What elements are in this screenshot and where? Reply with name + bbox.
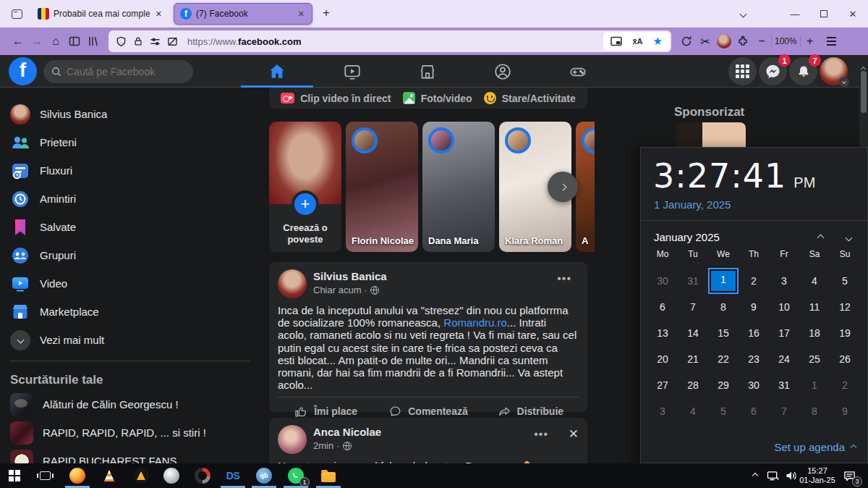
forward-button[interactable]: → (27, 32, 46, 51)
tray-hidden-icons-chevron[interactable] (746, 467, 764, 484)
taskbar-firefox-icon[interactable] (69, 467, 86, 484)
calendar-day[interactable]: 17 (769, 320, 799, 346)
refresh-icon[interactable] (677, 32, 696, 51)
calendar-day[interactable]: 2 (739, 268, 769, 294)
library-icon[interactable] (84, 32, 103, 51)
calendar-day[interactable]: 6 (647, 294, 678, 320)
profile-avatar-button[interactable] (820, 57, 848, 85)
calendar-day[interactable]: 29 (708, 372, 739, 398)
sidebar-item-profile[interactable]: Silvius Banica (4, 100, 258, 128)
browser-tab-2-active[interactable]: f (7) Facebook ✕ (174, 3, 312, 25)
story-card[interactable]: Dana Maria (422, 122, 495, 252)
screenshot-scissors-icon[interactable]: ✂ (696, 32, 715, 51)
calendar-prev-icon[interactable] (818, 230, 823, 243)
tab-home[interactable] (239, 55, 315, 88)
stories-next-button[interactable] (548, 172, 578, 202)
live-video-button[interactable]: Clip video în direct (281, 93, 391, 104)
calendar-day[interactable]: 3 (769, 268, 799, 294)
taskbar-explorer-icon[interactable] (320, 467, 337, 484)
extensions-puzzle-icon[interactable] (733, 32, 752, 51)
calendar-day[interactable]: 22 (708, 346, 739, 372)
calendar-day[interactable]: 8 (799, 398, 830, 424)
date-link[interactable]: 1 January, 2025 (654, 198, 867, 211)
post-author-name[interactable]: Anca Nicolae (313, 425, 381, 439)
calendar-day[interactable]: 5 (830, 268, 860, 294)
tray-network-icon[interactable] (764, 467, 781, 484)
shortcut-item[interactable]: Alături de Călin Georgescu ! (4, 390, 258, 418)
messenger-button[interactable]: 1 (759, 57, 787, 85)
photo-video-button[interactable]: Foto/video (403, 92, 472, 104)
back-button[interactable]: ← (9, 32, 27, 51)
start-button[interactable] (6, 467, 23, 484)
picture-in-picture-icon[interactable] (610, 36, 622, 46)
calendar-day[interactable]: 23 (739, 346, 769, 372)
taskbar-app-icon[interactable] (163, 467, 180, 484)
calendar-day[interactable]: 30 (739, 372, 769, 398)
search-bar[interactable] (43, 60, 193, 83)
calendar-day[interactable]: 5 (708, 398, 739, 424)
tab-marketplace[interactable] (390, 55, 465, 88)
calendar-day[interactable]: 28 (678, 372, 708, 398)
calendar-day[interactable]: 31 (769, 372, 799, 398)
sidebar-item-marketplace[interactable]: Marketplace (4, 298, 258, 326)
calendar-day[interactable]: 21 (678, 346, 708, 372)
tab-close-icon[interactable]: ✕ (154, 9, 163, 19)
post-author-avatar[interactable] (278, 425, 307, 454)
taskbar-aimp-icon[interactable] (132, 467, 150, 484)
url-text[interactable]: https://www.facebook.com (187, 36, 302, 47)
post-author-avatar[interactable] (278, 269, 307, 298)
restore-button[interactable] (817, 7, 830, 20)
calendar-day[interactable]: 26 (830, 346, 860, 372)
calendar-day[interactable]: 7 (678, 294, 708, 320)
shield-icon[interactable] (116, 36, 127, 47)
browser-tab-1[interactable]: Probabil cea mai complexă plat ✕ (32, 3, 169, 25)
menu-grid-button[interactable] (728, 57, 757, 85)
post-options-icon[interactable]: ••• (557, 272, 571, 285)
tray-clock[interactable]: 15:27 01-Jan-25 (798, 466, 837, 485)
post-link[interactable]: Romandru.ro (443, 316, 507, 329)
scrollbar-thumb[interactable] (861, 71, 867, 113)
blocked-content-icon[interactable] (167, 36, 178, 47)
calendar-day[interactable]: 7 (769, 398, 799, 424)
taskbar-vlc-icon[interactable] (101, 467, 118, 484)
zoom-out-button[interactable]: − (752, 32, 771, 51)
calendar-day[interactable]: 27 (647, 372, 678, 398)
tab-list-chevron-icon[interactable] (736, 7, 749, 20)
calendar-day[interactable]: 3 (647, 398, 678, 424)
calendar-day[interactable]: 13 (647, 320, 678, 346)
calendar-day[interactable]: 4 (678, 398, 708, 424)
calendar-day[interactable]: 11 (799, 294, 830, 320)
zoom-in-button[interactable]: + (801, 32, 820, 51)
calendar-day[interactable]: 2 (830, 372, 860, 398)
search-input[interactable] (67, 66, 182, 77)
shortcut-item[interactable]: RAPID, RAPID, RAPID, ... si stiri ! (4, 418, 258, 447)
calendar-day[interactable]: 18 (799, 320, 830, 346)
calendar-day[interactable]: 25 (799, 346, 830, 372)
taskbar-whatsapp-icon[interactable]: 1 (287, 467, 305, 484)
tab-video[interactable] (315, 55, 390, 88)
feeling-activity-button[interactable]: Stare/Activitate (484, 92, 576, 104)
task-view-button[interactable] (36, 467, 54, 484)
calendar-day[interactable]: 4 (799, 268, 830, 294)
calendar-day[interactable]: 20 (647, 346, 678, 372)
tab-gaming[interactable] (540, 55, 616, 88)
sidebar-item-feeds[interactable]: Fluxuri (4, 156, 258, 185)
calendar-day[interactable]: 9 (830, 398, 860, 424)
menu-hamburger-icon[interactable] (822, 32, 841, 51)
agenda-link[interactable]: Set up agenda (774, 441, 856, 453)
create-story-card[interactable]: + Creează o poveste (269, 122, 341, 252)
zoom-level[interactable]: 100% (772, 36, 800, 46)
facebook-logo[interactable]: f (9, 57, 37, 85)
calendar-day[interactable]: 8 (708, 294, 739, 320)
firefox-view-icon[interactable] (6, 4, 27, 23)
bookmark-star-icon[interactable]: ★ (653, 35, 663, 48)
taskbar-qbittorrent-icon[interactable]: qb (255, 467, 273, 484)
calendar-day[interactable]: 24 (769, 346, 799, 372)
calendar-day[interactable]: 6 (739, 398, 769, 424)
calendar-day[interactable]: 1 (708, 268, 739, 294)
sidebar-item-see-more[interactable]: Vezi mai mult (4, 326, 258, 354)
calendar-day[interactable]: 30 (647, 268, 678, 294)
action-center-button[interactable]: 3 (841, 467, 858, 484)
sidebar-item-video[interactable]: Video (4, 269, 258, 298)
story-card[interactable]: A (576, 122, 595, 252)
